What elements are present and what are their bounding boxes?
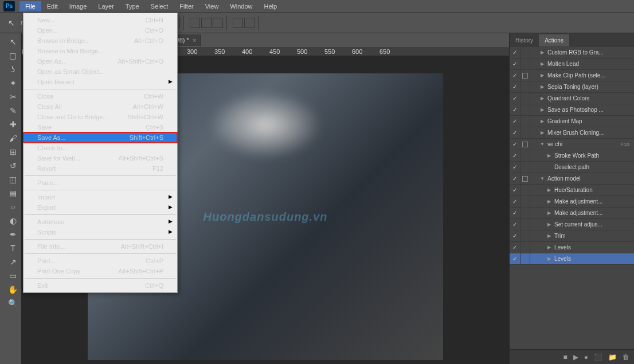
- menu-window[interactable]: Window: [224, 1, 258, 11]
- tool-move[interactable]: ↖: [6, 36, 20, 48]
- action-dialog-toggle[interactable]: [520, 116, 530, 127]
- menu-edit[interactable]: Edit: [41, 1, 64, 11]
- tool-zoom[interactable]: 🔍: [6, 297, 20, 310]
- expand-arrow-icon[interactable]: ▶: [546, 199, 552, 204]
- menu-help[interactable]: Help: [258, 1, 283, 11]
- menu-item-print[interactable]: Print...Ctrl+P: [24, 256, 177, 266]
- tool-shape[interactable]: ▭: [6, 269, 20, 282]
- action-check[interactable]: ✓: [510, 118, 520, 124]
- action-check[interactable]: ✓: [510, 221, 520, 228]
- expand-arrow-icon[interactable]: ▼: [539, 176, 545, 181]
- expand-arrow-icon[interactable]: ▶: [539, 130, 545, 135]
- action-row[interactable]: ✓▶Mixer Brush Cloning...: [510, 127, 634, 139]
- menu-item-open-recent[interactable]: Open Recent▶: [24, 77, 177, 87]
- 3d-btn[interactable]: [244, 18, 255, 28]
- tool-hand[interactable]: ✋: [6, 283, 20, 296]
- action-dialog-toggle[interactable]: [520, 185, 530, 195]
- action-dialog-toggle[interactable]: [520, 139, 530, 150]
- action-check[interactable]: ✓: [510, 210, 520, 216]
- menu-item-revert[interactable]: RevertF12: [24, 163, 177, 174]
- action-check[interactable]: ✓: [510, 152, 520, 159]
- expand-arrow-icon[interactable]: ▶: [546, 233, 552, 238]
- action-row[interactable]: ✓▶Trim: [510, 230, 634, 242]
- tool-type[interactable]: T: [6, 242, 20, 255]
- menu-file[interactable]: File: [19, 1, 41, 11]
- action-row[interactable]: ✓▶Set current adjus...: [510, 219, 634, 230]
- action-dialog-toggle[interactable]: [520, 93, 530, 104]
- menu-item-browse-in-bridge[interactable]: Browse in Bridge...Alt+Ctrl+O: [24, 36, 177, 46]
- action-check[interactable]: ✓: [510, 61, 520, 67]
- action-dialog-toggle[interactable]: [520, 242, 530, 253]
- tool-eyedropper[interactable]: ✎: [6, 104, 20, 117]
- menu-view[interactable]: View: [199, 1, 225, 11]
- panel-tab-actions[interactable]: Actions: [539, 34, 569, 46]
- action-row[interactable]: ✓▶Molten Lead: [510, 58, 634, 70]
- menu-item-close[interactable]: CloseCtrl+W: [24, 91, 177, 101]
- action-dialog-toggle[interactable]: [520, 230, 530, 241]
- distribute-btn[interactable]: [190, 18, 200, 28]
- expand-arrow-icon[interactable]: ▶: [539, 96, 545, 101]
- action-dialog-toggle[interactable]: [520, 219, 530, 230]
- action-dialog-toggle[interactable]: [520, 47, 530, 58]
- expand-arrow-icon[interactable]: ▶: [539, 50, 545, 55]
- action-row[interactable]: ✓▶Stroke Work Path: [510, 150, 634, 162]
- menu-item-close-and-go-to-bridge[interactable]: Close and Go to Bridge...Shift+Ctrl+W: [24, 112, 177, 122]
- distribute-btn[interactable]: [213, 18, 223, 28]
- action-dialog-toggle[interactable]: [520, 253, 530, 264]
- delete-icon[interactable]: 🗑: [623, 353, 629, 361]
- action-check[interactable]: ✓: [510, 164, 520, 170]
- action-row[interactable]: ✓▶Make Clip Path (sele...: [510, 70, 634, 81]
- action-check[interactable]: ✓: [510, 130, 520, 136]
- action-row[interactable]: ✓▶Make adjustment...: [510, 196, 634, 208]
- tool-eraser[interactable]: ◫: [6, 173, 20, 186]
- new-set-icon[interactable]: ⬛: [594, 353, 602, 361]
- panel-tab-history[interactable]: History: [510, 34, 539, 46]
- tool-crop[interactable]: ✂: [6, 91, 20, 103]
- tool-path[interactable]: ↗: [6, 256, 20, 268]
- current-tool-icon[interactable]: ↖: [5, 17, 18, 29]
- tool-heal[interactable]: ✚: [6, 118, 20, 131]
- menu-item-print-one-copy[interactable]: Print One CopyAlt+Shift+Ctrl+P: [24, 266, 177, 276]
- action-check[interactable]: ✓: [510, 233, 520, 239]
- action-dialog-toggle[interactable]: [520, 196, 530, 207]
- tool-pen[interactable]: ✒: [6, 228, 20, 241]
- expand-arrow-icon[interactable]: ▼: [539, 142, 545, 147]
- action-row[interactable]: ✓▶Levels: [510, 242, 634, 253]
- expand-arrow-icon[interactable]: ▶: [546, 256, 552, 261]
- expand-arrow-icon[interactable]: ▶: [546, 210, 552, 216]
- menu-item-scripts[interactable]: Scripts▶: [24, 227, 177, 237]
- action-dialog-toggle[interactable]: [520, 104, 530, 115]
- expand-arrow-icon[interactable]: ▶: [546, 245, 552, 250]
- menu-item-exit[interactable]: ExitCtrl+Q: [24, 280, 177, 291]
- menu-item-file-info[interactable]: File Info...Alt+Shift+Ctrl+I: [24, 241, 177, 252]
- menu-image[interactable]: Image: [64, 1, 93, 11]
- menu-item-save-for-web[interactable]: Save for Web...Alt+Shift+Ctrl+S: [24, 153, 177, 163]
- action-check[interactable]: ✓: [510, 244, 520, 251]
- action-row[interactable]: ✓▶Hue/Saturation: [510, 185, 634, 196]
- menu-item-import[interactable]: Import▶: [24, 192, 177, 202]
- action-dialog-toggle[interactable]: [520, 208, 530, 218]
- menu-item-save-as[interactable]: Save As...Shift+Ctrl+S: [24, 132, 177, 143]
- stop-icon[interactable]: ■: [563, 353, 568, 361]
- action-check[interactable]: ✓: [510, 84, 520, 90]
- menu-item-browse-in-mini-bridge[interactable]: Browse in Mini Bridge...: [24, 46, 177, 56]
- tool-gradient[interactable]: ▤: [6, 187, 20, 199]
- tool-blur[interactable]: ○: [6, 201, 20, 213]
- tool-brush[interactable]: 🖌: [6, 132, 20, 144]
- expand-arrow-icon[interactable]: ▶: [546, 222, 552, 227]
- action-check[interactable]: ✓: [510, 187, 520, 193]
- action-check[interactable]: ✓: [510, 95, 520, 101]
- action-row[interactable]: ✓Deselect path: [510, 162, 634, 173]
- action-dialog-toggle[interactable]: [520, 162, 530, 173]
- menu-item-open[interactable]: Open...Ctrl+O: [24, 25, 177, 36]
- action-check[interactable]: ✓: [510, 72, 520, 79]
- tool-stamp[interactable]: ⊞: [6, 146, 20, 158]
- tool-lasso[interactable]: ʖ: [6, 63, 20, 76]
- record-icon[interactable]: ●: [584, 353, 588, 361]
- new-action-icon[interactable]: 📁: [608, 353, 617, 361]
- action-row[interactable]: ✓▶Gradient Map: [510, 116, 634, 127]
- menu-item-open-as[interactable]: Open As...Alt+Shift+Ctrl+O: [24, 56, 177, 66]
- menu-item-place[interactable]: Place...: [24, 178, 177, 188]
- action-row[interactable]: ✓▶Make adjustment...: [510, 208, 634, 219]
- action-row[interactable]: ✓▼Action model: [510, 173, 634, 185]
